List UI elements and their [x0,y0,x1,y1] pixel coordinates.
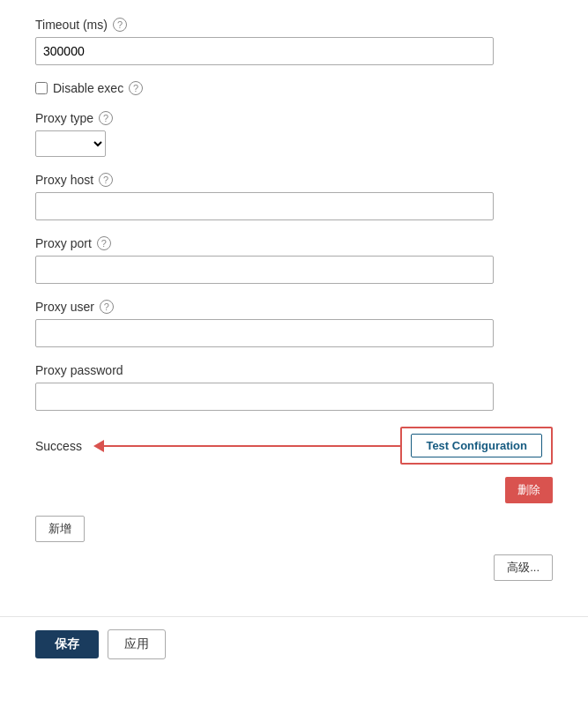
proxy-type-select[interactable]: HTTP SOCKS4 SOCKS5 [35,130,106,157]
test-config-row: Success Test Configuration [35,427,553,465]
proxy-password-group: Proxy password [35,363,553,411]
proxy-user-label: Proxy user ? [35,300,553,314]
timeout-label: Timeout (ms) ? [35,18,553,32]
proxy-port-input[interactable] [35,256,494,284]
test-configuration-button[interactable]: Test Configuration [411,434,542,457]
timeout-input[interactable] [35,37,494,65]
test-config-wrapper: Test Configuration [400,427,553,465]
save-button[interactable]: 保存 [35,630,99,658]
apply-button[interactable]: 应用 [108,629,166,659]
success-status: Success [35,439,88,453]
proxy-port-label: Proxy port ? [35,236,553,250]
timeout-group: Timeout (ms) ? [35,18,553,65]
proxy-user-input[interactable] [35,319,494,347]
disable-exec-group: Disable exec ? [35,81,553,95]
proxy-host-help-icon[interactable]: ? [99,173,113,187]
arrow-line [103,445,400,447]
proxy-user-help-icon[interactable]: ? [100,300,114,314]
proxy-password-label-text: Proxy password [35,363,123,377]
proxy-type-group: Proxy type ? HTTP SOCKS4 SOCKS5 [35,111,553,157]
disable-exec-checkbox[interactable] [35,82,48,94]
proxy-type-label: Proxy type ? [35,111,553,125]
proxy-host-label-text: Proxy host [35,173,93,187]
proxy-type-help-icon[interactable]: ? [99,111,113,125]
proxy-port-help-icon[interactable]: ? [97,236,111,250]
advanced-row: 高级... [35,554,553,581]
disable-exec-label: Disable exec [53,81,123,95]
proxy-host-group: Proxy host ? [35,173,553,220]
proxy-user-label-text: Proxy user [35,300,94,314]
proxy-host-input[interactable] [35,192,494,220]
proxy-host-label: Proxy host ? [35,173,553,187]
proxy-port-label-text: Proxy port [35,236,92,250]
advanced-button[interactable]: 高级... [494,554,553,581]
add-row: 新增 [35,516,553,542]
arrow-area [93,440,400,452]
timeout-label-text: Timeout (ms) [35,18,108,32]
delete-row: 删除 [35,477,553,503]
add-button[interactable]: 新增 [35,516,85,542]
proxy-password-input[interactable] [35,383,494,411]
timeout-help-icon[interactable]: ? [113,18,127,32]
delete-button[interactable]: 删除 [505,477,553,503]
proxy-port-group: Proxy port ? [35,236,553,284]
proxy-password-label: Proxy password [35,363,553,377]
proxy-type-label-text: Proxy type [35,111,93,125]
proxy-user-group: Proxy user ? [35,300,553,347]
disable-exec-help-icon[interactable]: ? [129,81,143,95]
bottom-bar: 保存 应用 [0,616,588,672]
